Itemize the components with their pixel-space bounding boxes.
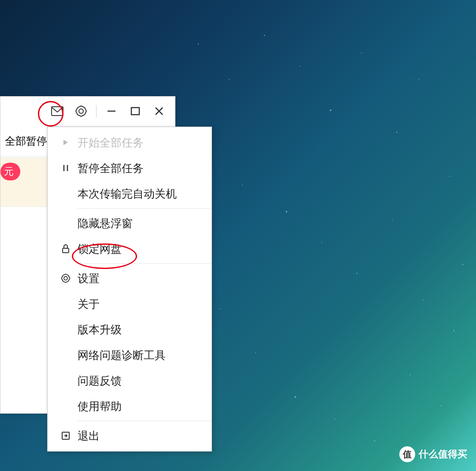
menu-label: 网络问题诊断工具 [78, 348, 166, 363]
menu-label: 退出 [78, 429, 100, 443]
watermark: 值 什么值得买 [399, 446, 467, 462]
maximize-button[interactable] [125, 101, 146, 122]
svg-marker-9 [63, 140, 68, 145]
menu-label: 关于 [78, 297, 100, 311]
watermark-badge: 值 [399, 446, 415, 462]
promo-badge-text: 元 [4, 166, 14, 177]
watermark-text: 什么值得买 [419, 448, 467, 461]
menu-label: 设置 [78, 271, 100, 286]
menu-item-pause-all[interactable]: 暂停全部任务 [48, 155, 212, 181]
menu-item-help[interactable]: 使用帮助 [48, 393, 212, 419]
menu-item-about[interactable]: 关于 [48, 291, 212, 317]
close-button[interactable] [149, 101, 170, 122]
menu-item-hide-float[interactable]: 隐藏悬浮窗 [48, 210, 212, 236]
minimize-button[interactable] [101, 101, 122, 122]
menu-item-network-diag[interactable]: 网络问题诊断工具 [48, 342, 212, 368]
menu-divider [78, 421, 212, 421]
play-icon [54, 139, 78, 146]
pause-icon [54, 164, 78, 172]
settings-dropdown-menu: 开始全部任务 暂停全部任务 本次传输完自动关机 隐藏悬浮窗 锁定网盘 [47, 127, 212, 452]
svg-rect-4 [131, 108, 139, 115]
svg-marker-13 [62, 274, 70, 283]
menu-item-settings[interactable]: 设置 [48, 265, 212, 291]
menu-label: 问题反馈 [78, 374, 122, 388]
menu-label: 锁定网盘 [78, 242, 122, 256]
promo-badge[interactable]: 元 [0, 163, 20, 180]
svg-rect-0 [52, 107, 63, 116]
menu-divider [78, 263, 212, 264]
menu-label: 版本升级 [78, 322, 122, 337]
menu-label: 暂停全部任务 [78, 161, 144, 176]
titlebar-divider [96, 105, 97, 117]
gear-icon [54, 273, 78, 283]
menu-label: 使用帮助 [78, 399, 122, 414]
menu-label: 本次传输完自动关机 [78, 187, 177, 201]
menu-item-feedback[interactable]: 问题反馈 [48, 368, 212, 393]
menu-divider [78, 208, 212, 209]
pause-all-label[interactable]: 全部暂停 [5, 134, 47, 148]
svg-marker-1 [76, 106, 86, 116]
svg-point-2 [79, 109, 83, 113]
watermark-badge-text: 值 [403, 449, 412, 460]
lock-icon [54, 244, 78, 254]
menu-item-start-all: 开始全部任务 [48, 130, 212, 155]
mail-icon[interactable] [47, 101, 68, 122]
menu-item-upgrade[interactable]: 版本升级 [48, 317, 212, 342]
gear-icon[interactable] [71, 101, 92, 122]
exit-icon [54, 431, 78, 440]
menu-item-auto-shutdown[interactable]: 本次传输完自动关机 [48, 181, 212, 206]
menu-item-lock[interactable]: 锁定网盘 [48, 236, 212, 262]
menu-item-exit[interactable]: 退出 [48, 423, 212, 449]
menu-label: 开始全部任务 [78, 135, 144, 150]
menu-label: 隐藏悬浮窗 [78, 216, 133, 231]
window-titlebar [0, 97, 175, 126]
svg-rect-12 [63, 248, 69, 253]
svg-point-14 [64, 277, 67, 280]
